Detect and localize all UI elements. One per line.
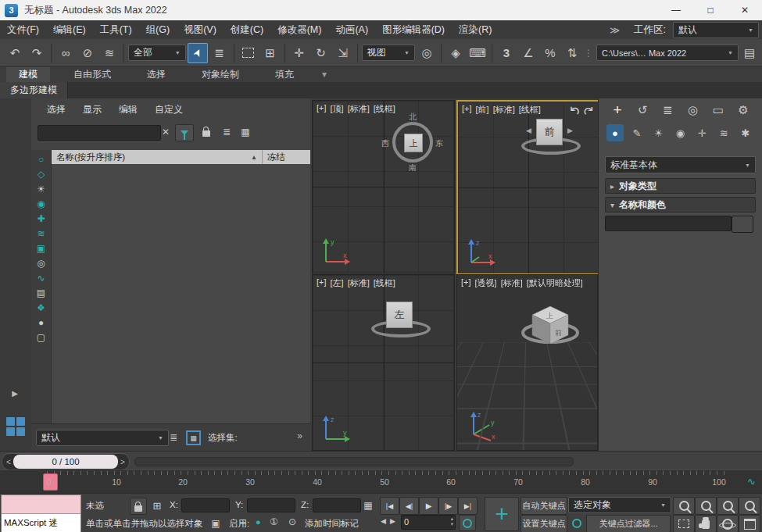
time-slider-prev-icon[interactable]: <: [5, 456, 13, 467]
display-tab-icon[interactable]: ▭: [709, 101, 728, 120]
orbit-button[interactable]: [717, 515, 739, 532]
zoom-extents-all-button[interactable]: [739, 497, 760, 515]
menu-views[interactable]: 视图(V): [177, 20, 224, 39]
geometry-type-dropdown[interactable]: 标准基本体 ▼: [605, 156, 756, 173]
menu-graph-editors[interactable]: 图形编辑器(D): [375, 20, 452, 39]
menu-overflow-icon[interactable]: ≫: [603, 20, 627, 39]
ribbon-caret-icon[interactable]: ▾: [317, 67, 331, 82]
large-plus-button[interactable]: +: [485, 497, 519, 531]
display-filter-spacewarps-icon[interactable]: ≋: [37, 229, 45, 238]
time-slider-value[interactable]: 0 / 100: [13, 455, 118, 469]
viewcube-compass[interactable]: 上 北 东 南 西: [387, 116, 438, 168]
viewport-left[interactable]: [+] [左] [标准] [线框] 左 z y: [312, 274, 455, 451]
selected-objects-dropdown[interactable]: 选定对象 ▼: [568, 497, 671, 513]
current-frame-field[interactable]: ▴ ▾: [401, 515, 456, 530]
select-object-button[interactable]: ➤: [188, 43, 208, 63]
se-menu-display[interactable]: 显示: [83, 103, 102, 116]
viewport-view-button[interactable]: [透视]: [475, 277, 497, 289]
helpers-category-icon[interactable]: ✛: [693, 124, 710, 141]
spinner-down-icon[interactable]: ▾: [451, 521, 453, 527]
project-folder-icon[interactable]: ▤: [742, 43, 757, 63]
viewport-perspective[interactable]: [+] [透视] [标准] [默认明暗处理] 上 前 z y x: [456, 274, 598, 451]
minimize-button[interactable]: —: [659, 0, 693, 20]
viewport-layout-tab-button[interactable]: [6, 417, 25, 436]
key-filters-icon[interactable]: [570, 516, 584, 530]
viewport-menu-button[interactable]: [+]: [461, 277, 471, 289]
display-filter-groups-icon[interactable]: ●: [38, 318, 44, 327]
viewport-menu-button[interactable]: [+]: [462, 104, 472, 116]
create-tab-icon[interactable]: +: [608, 101, 627, 120]
spinner-up-icon[interactable]: ▴: [451, 516, 453, 521]
viewport-shading-button[interactable]: [线框]: [374, 103, 395, 115]
viewcube-top-face[interactable]: 上: [404, 134, 423, 152]
viewport-shading-button[interactable]: [线框]: [374, 277, 395, 289]
undo-icon[interactable]: ↶: [5, 43, 25, 63]
systems-category-icon[interactable]: ✱: [737, 124, 754, 141]
key-filters-button[interactable]: 关键点过滤器...: [586, 515, 671, 532]
ribbon-tab-selection[interactable]: 选择: [134, 67, 178, 82]
viewcube-front-face[interactable]: 前: [536, 119, 563, 145]
sort-by-layer-button[interactable]: ▦: [186, 430, 201, 445]
select-rotate-icon[interactable]: ↻: [311, 43, 331, 63]
viewport-shading-button[interactable]: [线框]: [519, 104, 541, 116]
select-link-icon[interactable]: ∞: [55, 43, 76, 63]
display-filter-containers-icon[interactable]: ∿: [37, 273, 45, 283]
modify-tab-icon[interactable]: ↺: [633, 101, 652, 120]
explorer-stack-icon[interactable]: ≣: [166, 430, 181, 445]
select-by-name-icon[interactable]: ≣: [209, 43, 230, 63]
viewport-view-button[interactable]: [顶]: [331, 103, 344, 115]
display-filter-xrefs-icon[interactable]: ❖: [37, 303, 45, 312]
absolute-mode-toggle-icon[interactable]: ⊞: [149, 498, 165, 513]
time-slider-next-icon[interactable]: >: [119, 456, 127, 467]
viewcube[interactable]: 左: [367, 297, 434, 345]
selection-lock-toggle[interactable]: [130, 498, 147, 515]
zoom-all-button[interactable]: [695, 497, 717, 515]
display-filter-helpers-icon[interactable]: ✚: [37, 214, 45, 223]
viewport-pov-button[interactable]: [标准]: [501, 277, 523, 289]
display-filter-materials-icon[interactable]: ▤: [37, 288, 45, 298]
time-slider-track[interactable]: [134, 457, 574, 466]
geometry-category-icon[interactable]: ●: [606, 124, 624, 141]
viewport-view-button[interactable]: [左]: [331, 277, 344, 289]
reference-coordinate-dropdown[interactable]: 视图 ▼: [362, 45, 415, 61]
frame-number-input[interactable]: [402, 516, 445, 527]
timeline-ruler[interactable]: 0 10 20 30 40 50 60 70 80 90 100 ∿: [0, 470, 762, 495]
sync-selection-icon[interactable]: ≣: [219, 124, 234, 140]
menu-file[interactable]: 文件(F): [0, 20, 46, 39]
redo-icon[interactable]: ↷: [27, 43, 47, 63]
rectangular-selection-region-icon[interactable]: [238, 43, 259, 63]
project-folder-dropdown[interactable]: C:\Users\… Max 2022 ▼: [596, 45, 739, 61]
viewport-pov-button[interactable]: [标准]: [493, 104, 515, 116]
scene-explorer-list[interactable]: [52, 164, 310, 424]
lock-cell-editing-button[interactable]: [199, 123, 214, 139]
menu-group[interactable]: 组(G): [139, 20, 177, 39]
object-color-swatch[interactable]: [732, 216, 753, 233]
goto-start-button[interactable]: |◀: [380, 497, 399, 515]
explorer-preset-dropdown[interactable]: 默认 ▼: [36, 430, 169, 446]
filter-funnel-button[interactable]: [175, 124, 194, 141]
keyboard-shortcut-override-icon[interactable]: ⌨: [467, 43, 488, 63]
bind-spacewarp-icon[interactable]: ≋: [99, 43, 120, 63]
menu-tools[interactable]: 工具(T): [93, 20, 139, 39]
time-tag-clock-icon[interactable]: ⊙: [288, 516, 296, 527]
maximize-viewport-toggle-button[interactable]: [739, 515, 760, 532]
unlink-icon[interactable]: ⊘: [77, 43, 98, 63]
spacewarps-category-icon[interactable]: ≋: [715, 124, 732, 141]
object-name-input[interactable]: [605, 216, 732, 231]
column-header-freeze[interactable]: 冻结: [262, 150, 310, 164]
info-icon[interactable]: ①: [270, 516, 278, 527]
display-filter-lights-icon[interactable]: ☀: [37, 184, 45, 194]
menu-modifiers[interactable]: 修改器(M): [270, 20, 328, 39]
menu-animation[interactable]: 动画(A): [328, 20, 375, 39]
previous-frame-button[interactable]: ◀|: [399, 497, 419, 515]
maximize-button[interactable]: □: [693, 0, 728, 20]
motion-tab-icon[interactable]: ◎: [684, 101, 703, 120]
isolate-selection-toggle-icon[interactable]: ▣: [208, 516, 224, 531]
x-coordinate-field[interactable]: [181, 498, 230, 512]
utilities-tab-icon[interactable]: ⚙: [734, 101, 753, 120]
name-color-rollout[interactable]: ▾ 名称和颜色: [605, 197, 756, 212]
viewport-view-button[interactable]: [前]: [476, 104, 489, 116]
viewport-front-active[interactable]: [+] [前] [标准] [线框] 前 ◀ ▶ ↷ ↶ z x: [456, 100, 599, 275]
search-input[interactable]: [38, 125, 161, 141]
auto-key-button[interactable]: 自动关键点: [521, 497, 567, 515]
